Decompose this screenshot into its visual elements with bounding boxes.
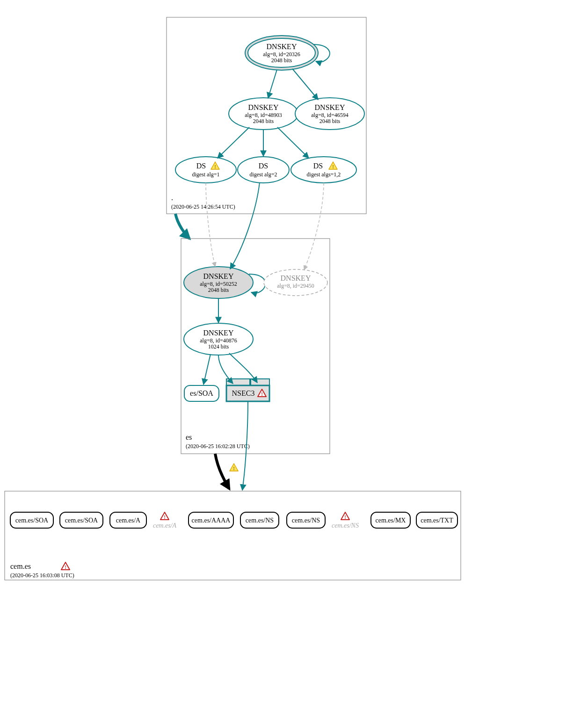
svg-text:alg=8, id=20326: alg=8, id=20326 — [263, 51, 300, 58]
edge-ds3-esold — [304, 183, 324, 270]
edge-ds1-esksk — [206, 183, 215, 267]
edge-es-cem-deleg — [215, 454, 229, 489]
svg-text:DNSKEY: DNSKEY — [281, 274, 311, 282]
node-root-ksk: DNSKEY alg=8, id=20326 2048 bits — [245, 36, 318, 70]
svg-text:2048 bits: 2048 bits — [271, 57, 292, 64]
node-cem-a1: cem.es/A — [110, 512, 146, 528]
svg-text:cem.es/MX: cem.es/MX — [376, 517, 406, 524]
node-cem-a2-faded: cem.es/A — [153, 512, 177, 529]
svg-text:cem.es/AAAA: cem.es/AAAA — [192, 517, 231, 524]
node-es-ksk: DNSKEY alg=8, id=50252 2048 bits — [184, 267, 253, 298]
svg-text:DS: DS — [196, 162, 206, 170]
edge-ksk-zsk1 — [268, 70, 277, 98]
svg-text:DS: DS — [313, 162, 323, 170]
node-ds2: DS digest alg=2 — [238, 157, 289, 183]
svg-text:cem.es/NS: cem.es/NS — [246, 517, 274, 524]
svg-text:2048 bits: 2048 bits — [208, 287, 229, 293]
svg-text:DNSKEY: DNSKEY — [203, 272, 234, 280]
error-icon — [341, 512, 349, 520]
warning-icon — [230, 464, 238, 471]
edge-eszk-nsec-b — [229, 353, 257, 383]
node-ds3: DS digest algs=1,2 — [291, 157, 356, 183]
node-ds1: DS digest alg=1 — [175, 157, 236, 183]
edge-ksk-zsk2 — [292, 69, 318, 100]
zone-cem-ts: (2020-06-25 16:03:08 UTC) — [10, 572, 74, 579]
svg-text:2048 bits: 2048 bits — [253, 118, 274, 124]
zone-cem-label: cem.es — [10, 562, 31, 570]
svg-point-21 — [291, 157, 356, 183]
svg-text:DNSKEY: DNSKEY — [315, 103, 345, 111]
svg-text:alg=8, id=46594: alg=8, id=46594 — [311, 112, 348, 118]
zone-cem-box — [5, 491, 461, 580]
error-icon — [61, 562, 70, 570]
svg-text:DS: DS — [259, 162, 268, 170]
node-root-zsk2: DNSKEY alg=8, id=46594 2048 bits — [295, 98, 364, 130]
svg-point-18 — [238, 157, 289, 183]
svg-text:cem.es/NS: cem.es/NS — [292, 517, 320, 524]
svg-point-15 — [175, 157, 236, 183]
node-cem-ns1: cem.es/NS — [240, 512, 279, 528]
edge-ds2-esksk — [230, 182, 260, 269]
node-cem-mx: cem.es/MX — [371, 512, 410, 528]
edge-zsk1-ds1 — [218, 127, 249, 158]
edge-eszk-soa — [203, 354, 211, 385]
node-root-zsk1: DNSKEY alg=8, id=48903 2048 bits — [229, 98, 298, 130]
error-icon — [160, 512, 169, 520]
node-cem-soa2: cem.es/SOA — [60, 512, 103, 528]
node-cem-soa1: cem.es/SOA — [10, 512, 53, 528]
svg-text:cem.es/A: cem.es/A — [116, 517, 141, 524]
svg-text:alg=8, id=48903: alg=8, id=48903 — [245, 112, 282, 118]
svg-text:alg=8, id=29450: alg=8, id=29450 — [277, 283, 314, 289]
node-cem-txt: cem.es/TXT — [416, 512, 457, 528]
svg-text:DNSKEY: DNSKEY — [248, 103, 279, 111]
node-cem-aaaa: cem.es/AAAA — [189, 512, 233, 528]
svg-text:alg=8, id=50252: alg=8, id=50252 — [200, 281, 237, 287]
node-nsec3: NSEC3 — [226, 379, 269, 401]
svg-text:alg=8, id=40876: alg=8, id=40876 — [200, 337, 237, 344]
zone-es-ts: (2020-06-25 16:02:28 UTC) — [186, 443, 250, 450]
svg-text:1024 bits: 1024 bits — [208, 343, 229, 350]
svg-text:cem.es/NS: cem.es/NS — [332, 522, 359, 529]
edge-root-es-deleg — [175, 214, 189, 239]
svg-text:cem.es/SOA: cem.es/SOA — [65, 517, 98, 524]
edge-zsk1-ds3 — [277, 127, 309, 158]
node-es-soa: es/SOA — [184, 385, 219, 401]
svg-text:cem.es/A: cem.es/A — [153, 522, 177, 529]
node-es-zsk: DNSKEY alg=8, id=40876 1024 bits — [184, 323, 253, 355]
svg-text:digest algs=1,2: digest algs=1,2 — [307, 171, 341, 178]
svg-text:cem.es/TXT: cem.es/TXT — [421, 517, 453, 524]
zone-root-ts: (2020-06-25 14:26:54 UTC) — [171, 203, 235, 210]
svg-text:2048 bits: 2048 bits — [319, 118, 341, 124]
svg-text:digest alg=2: digest alg=2 — [249, 171, 277, 178]
svg-text:DNSKEY: DNSKEY — [203, 329, 234, 337]
node-cem-ns2: cem.es/NS — [287, 512, 325, 528]
svg-text:cem.es/SOA: cem.es/SOA — [15, 517, 49, 524]
svg-text:DNSKEY: DNSKEY — [267, 43, 297, 51]
svg-text:digest alg=1: digest alg=1 — [192, 171, 219, 178]
zone-root-label: . — [171, 194, 173, 202]
node-cem-ns3-faded: cem.es/NS — [332, 512, 359, 529]
zone-es-label: es — [186, 433, 192, 441]
svg-rect-38 — [251, 379, 269, 385]
svg-text:NSEC3: NSEC3 — [232, 389, 255, 397]
svg-text:es/SOA: es/SOA — [190, 389, 213, 397]
node-es-oldkey: DNSKEY alg=8, id=29450 — [264, 269, 327, 296]
